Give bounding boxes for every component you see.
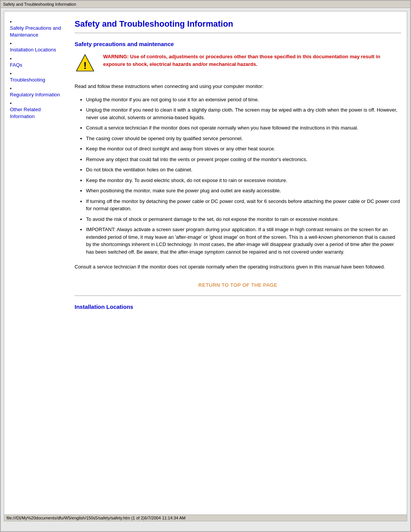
svg-text:!: ! bbox=[83, 60, 87, 71]
list-item: The casing cover should be opened only b… bbox=[86, 135, 401, 142]
list-item: To avoid the risk of shock or permanent … bbox=[86, 216, 401, 223]
sidebar-item-other-related[interactable]: • Other Related Information bbox=[10, 101, 65, 120]
bullet-list: Unplug the monitor if you are not going … bbox=[86, 96, 401, 256]
warning-box: ! WARNING: Use of controls, adjustments … bbox=[75, 53, 401, 75]
content-area: • Safety Precautions and Maintenance • I… bbox=[4, 11, 407, 514]
list-item: Remove any object that could fall into t… bbox=[86, 156, 401, 163]
main-content: Safety and Troubleshooting Information S… bbox=[69, 19, 401, 507]
page-title: Safety and Troubleshooting Information bbox=[75, 19, 401, 29]
page-wrapper: • Safety Precautions and Maintenance • I… bbox=[4, 11, 407, 521]
title-bar-text: Safety and Troubleshooting Information bbox=[3, 2, 76, 6]
sidebar-link-troubleshooting[interactable]: Troubleshooting bbox=[10, 77, 65, 83]
sidebar-link-safety[interactable]: Safety Precautions and Maintenance bbox=[10, 25, 65, 38]
status-bar: file:///D|/My%20documents/dfu/W5/english… bbox=[4, 514, 407, 521]
list-item: When positioning the monitor, make sure … bbox=[86, 187, 401, 195]
list-item: IMPORTANT: Always activate a screen save… bbox=[86, 226, 401, 256]
list-item: Keep the monitor out of direct sunlight … bbox=[86, 145, 401, 153]
warning-triangle-icon: ! bbox=[75, 53, 96, 74]
sidebar-link-installation[interactable]: Installation Locations bbox=[10, 46, 65, 53]
sidebar-item-faqs[interactable]: • FAQs bbox=[10, 56, 65, 69]
intro-text: Read and follow these instructions when … bbox=[75, 83, 401, 90]
bottom-divider bbox=[75, 296, 401, 296]
section2-title: Installation Locations bbox=[75, 304, 401, 310]
list-item: Keep the monitor dry. To avoid electric … bbox=[86, 177, 401, 184]
warning-icon: ! bbox=[75, 53, 97, 75]
sidebar: • Safety Precautions and Maintenance • I… bbox=[10, 19, 69, 507]
warning-text: WARNING: Use of controls, adjustments or… bbox=[103, 53, 401, 68]
sidebar-link-other-related[interactable]: Other Related Information bbox=[10, 106, 65, 120]
browser-frame: Safety and Troubleshooting Information •… bbox=[0, 0, 411, 532]
title-bar: Safety and Troubleshooting Information bbox=[1, 1, 410, 8]
status-bar-text: file:///D|/My%20documents/dfu/W5/english… bbox=[6, 516, 185, 520]
return-to-top[interactable]: RETURN TO TOP OF THE PAGE bbox=[75, 282, 401, 288]
sidebar-item-installation[interactable]: • Installation Locations bbox=[10, 41, 65, 53]
top-divider bbox=[75, 33, 401, 33]
section1-title: Safety precautions and maintenance bbox=[75, 41, 401, 47]
list-item: If turning off the monitor by detaching … bbox=[86, 198, 401, 212]
sidebar-link-regulatory[interactable]: Regulatory Information bbox=[10, 91, 65, 98]
list-item: Do not block the ventilation holes on th… bbox=[86, 166, 401, 174]
sidebar-link-faqs[interactable]: FAQs bbox=[10, 62, 65, 69]
consult-text: Consult a service technician if the moni… bbox=[75, 263, 401, 271]
list-item: Consult a service technician if the moni… bbox=[86, 124, 401, 132]
return-to-top-link[interactable]: RETURN TO TOP OF THE PAGE bbox=[198, 282, 277, 288]
list-item: Unplug the monitor if you need to clean … bbox=[86, 106, 401, 121]
sidebar-item-regulatory[interactable]: • Regulatory Information bbox=[10, 86, 65, 98]
list-item: Unplug the monitor if you are not going … bbox=[86, 96, 401, 104]
sidebar-item-troubleshooting[interactable]: • Troubleshooting bbox=[10, 71, 65, 83]
sidebar-item-safety[interactable]: • Safety Precautions and Maintenance bbox=[10, 19, 65, 38]
